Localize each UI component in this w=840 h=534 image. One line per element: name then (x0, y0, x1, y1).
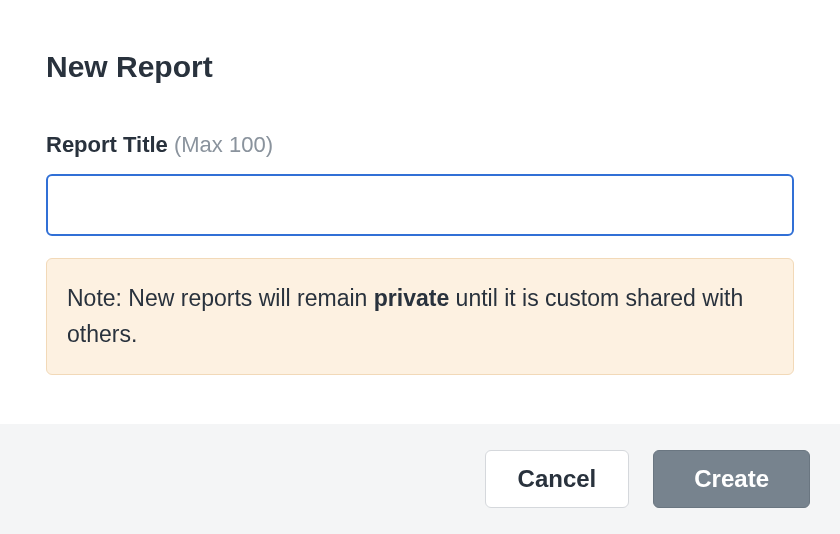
field-label: Report Title (46, 132, 168, 157)
note-prefix: Note: New reports will remain (67, 285, 374, 311)
note-box: Note: New reports will remain private un… (46, 258, 794, 375)
report-title-input[interactable] (46, 174, 794, 236)
note-bold: private (374, 285, 449, 311)
field-label-hint: (Max 100) (174, 132, 273, 157)
field-label-row: Report Title (Max 100) (46, 132, 794, 158)
create-button[interactable]: Create (653, 450, 810, 508)
dialog-footer: Cancel Create (0, 424, 840, 534)
dialog-body: New Report Report Title (Max 100) Note: … (0, 0, 840, 424)
cancel-button[interactable]: Cancel (485, 450, 630, 508)
dialog-title: New Report (46, 50, 794, 84)
